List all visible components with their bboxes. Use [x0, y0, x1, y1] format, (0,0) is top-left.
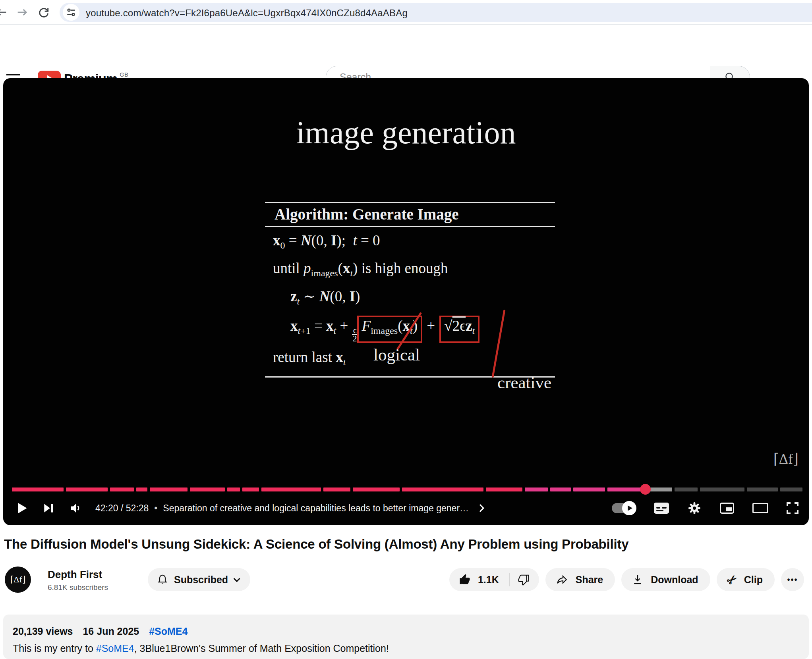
reload-icon[interactable] — [37, 5, 51, 19]
download-label: Download — [651, 574, 698, 586]
progress-segment[interactable] — [323, 488, 350, 491]
share-button[interactable]: Share — [545, 568, 615, 591]
url-text[interactable]: youtube.com/watch?v=Fk2I6pa6UeA&lc=UgxrB… — [86, 8, 408, 19]
progress-segment[interactable] — [550, 488, 571, 491]
chevron-down-icon — [234, 575, 240, 582]
description-box[interactable]: 20,139 views 16 Jun 2025 #SoME4 This is … — [3, 615, 809, 659]
progress-segment[interactable] — [150, 488, 188, 491]
thumb-up-icon — [459, 574, 471, 586]
fullscreen-icon[interactable] — [787, 502, 798, 514]
progress-segment[interactable] — [353, 488, 400, 491]
view-count: 20,139 views — [13, 626, 73, 637]
progress-segment[interactable] — [66, 488, 108, 491]
subscriber-count: 6.81K subscribers — [48, 583, 108, 592]
scissors-icon: ✂ — [723, 571, 740, 588]
channel-avatar[interactable]: ⌈Δf⌋ — [5, 567, 31, 593]
action-buttons: 1.1K Share Dow — [449, 568, 804, 591]
more-actions-button[interactable]: ••• — [781, 568, 804, 591]
progress-segment[interactable] — [700, 488, 744, 491]
youtube-watch-page: youtube.com/watch?v=Fk2I6pa6UeA&lc=UgxrB… — [0, 0, 812, 659]
video-title: The Diffusion Model's Unsung Sidekick: A… — [4, 537, 795, 552]
progress-segment[interactable] — [747, 488, 778, 491]
progress-bar[interactable] — [12, 488, 802, 491]
download-icon — [632, 574, 644, 586]
channel-row: ⌈Δf⌋ Depth First 6.81K subscribers Subsc… — [4, 566, 808, 593]
thumb-down-icon — [518, 574, 530, 586]
channel-name[interactable]: Depth First — [48, 568, 102, 581]
progress-segment[interactable] — [190, 488, 225, 491]
progress-segment[interactable] — [648, 488, 672, 491]
like-count: 1.1K — [478, 574, 499, 586]
hashtag-link[interactable]: #SoME4 — [149, 626, 188, 637]
slide-title: image generation — [296, 115, 516, 151]
channel-watermark: ⌈Δf⌋ — [773, 451, 798, 467]
progress-segment[interactable] — [573, 488, 605, 491]
miniplayer-icon[interactable] — [720, 503, 734, 514]
progress-segment[interactable] — [402, 488, 483, 491]
settings-gear-icon[interactable] — [687, 501, 702, 515]
like-button[interactable]: 1.1K — [449, 574, 509, 586]
playhead[interactable] — [640, 484, 651, 495]
player-right-controls — [612, 501, 798, 515]
progress-segment[interactable] — [136, 488, 147, 491]
clip-label: Clip — [744, 574, 763, 586]
progress-segment[interactable] — [780, 488, 802, 491]
next-button[interactable] — [42, 502, 55, 514]
chevron-right-icon[interactable] — [476, 504, 484, 512]
progress-segment[interactable] — [227, 488, 240, 491]
bell-icon — [157, 574, 168, 586]
forward-icon[interactable] — [15, 5, 29, 19]
volume-icon[interactable] — [69, 501, 83, 515]
algorithm-line: x0 = N(0, I); t = 0 — [273, 232, 555, 254]
progress-segment[interactable] — [12, 488, 64, 491]
description-meta: 20,139 views 16 Jun 2025 #SoME4 — [13, 626, 799, 637]
theater-mode-icon[interactable] — [752, 503, 768, 513]
chapter-dot: • — [154, 503, 157, 514]
label-creative: creative — [497, 373, 551, 392]
site-settings-icon[interactable] — [63, 4, 79, 21]
hashtag-link-inline[interactable]: #SoME4 — [96, 643, 134, 654]
algorithm-line: zt ∼ N(0, I) — [290, 288, 555, 310]
progress-segment[interactable] — [261, 488, 321, 491]
progress-segment[interactable] — [486, 488, 522, 491]
address-bar[interactable]: youtube.com/watch?v=Fk2I6pa6UeA&lc=UgxrB… — [60, 3, 812, 22]
subscribed-label: Subscribed — [174, 574, 228, 586]
subscribed-button[interactable]: Subscribed — [148, 568, 250, 591]
youtube-header: Premium GB — [0, 25, 812, 78]
share-label: Share — [576, 574, 603, 586]
like-dislike-pill: 1.1K — [449, 568, 539, 591]
progress-segment[interactable] — [110, 488, 134, 491]
clip-button[interactable]: ✂ Clip — [717, 568, 775, 591]
description-text: This is my entry to #SoME4, 3Blue1Brown'… — [13, 643, 799, 654]
subtitles-icon[interactable] — [654, 503, 669, 514]
algorithm-line: xt+1 = xt + ϵ2Fimages(xt) + √2ϵzt — [290, 316, 555, 343]
video-player[interactable]: image generation Algorithm: Generate Ima… — [3, 78, 809, 525]
region-label: GB — [120, 71, 128, 78]
algorithm-title: Algorithm: Generate Image — [265, 203, 555, 226]
back-icon[interactable] — [0, 5, 9, 19]
chapter-title[interactable]: Separation of creative and logical capab… — [163, 503, 469, 514]
label-logical: logical — [373, 345, 420, 364]
progress-segment[interactable] — [607, 488, 645, 491]
autoplay-toggle[interactable] — [612, 503, 636, 513]
time-display: 42:20 / 52:28 — [95, 503, 149, 514]
progress-segment[interactable] — [675, 488, 698, 491]
progress-segment[interactable] — [525, 488, 548, 491]
algorithm-line: until pimages(xt) is high enough — [273, 260, 555, 282]
play-button[interactable] — [14, 501, 29, 515]
upload-date: 16 Jun 2025 — [83, 626, 139, 637]
share-icon — [556, 573, 568, 586]
download-button[interactable]: Download — [621, 568, 710, 591]
dislike-button[interactable] — [510, 574, 539, 586]
player-controls: 42:20 / 52:28 • Separation of creative a… — [14, 496, 798, 520]
progress-segment[interactable] — [242, 488, 259, 491]
browser-toolbar: youtube.com/watch?v=Fk2I6pa6UeA&lc=UgxrB… — [0, 0, 812, 25]
